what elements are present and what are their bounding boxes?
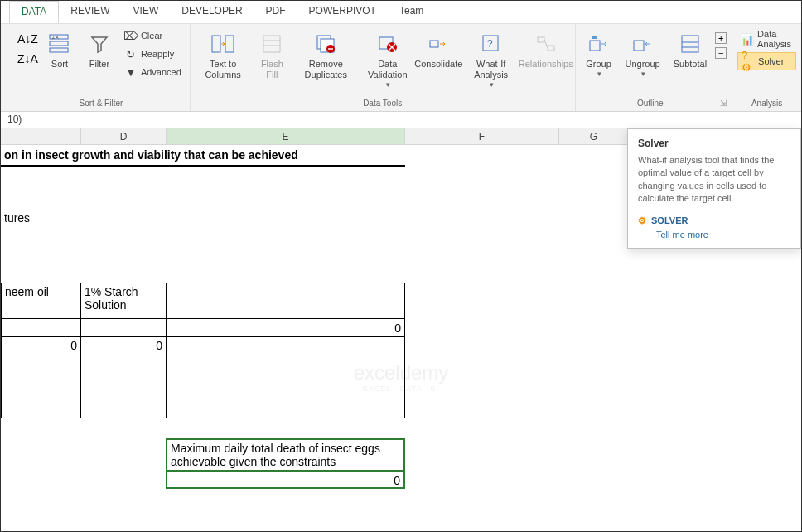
- tooltip-solver-link[interactable]: ⚙ SOLVER: [638, 215, 790, 226]
- data-validation-icon: [374, 31, 401, 57]
- ungroup-button[interactable]: Ungroup: [621, 27, 665, 81]
- max-label-box[interactable]: Maximum daily total death of insect eggs…: [166, 438, 405, 472]
- remove-duplicates-label: Remove Duplicates: [298, 59, 353, 80]
- subtotal-icon: [677, 31, 703, 57]
- svg-rect-20: [538, 37, 544, 42]
- consolidate-button[interactable]: Consolidate: [417, 27, 460, 73]
- consolidate-label: Consolidate: [414, 59, 462, 70]
- tab-data[interactable]: DATA: [9, 1, 59, 23]
- group-outline: Group Ungroup Subtotal + − Outline⇲: [576, 24, 733, 111]
- clear-button[interactable]: ⌦Clear: [121, 27, 185, 44]
- svg-rect-5: [225, 36, 234, 52]
- svg-rect-4: [212, 36, 220, 52]
- svg-rect-17: [430, 41, 438, 47]
- what-if-icon: ?: [478, 31, 505, 57]
- solver-icon: ?⚙: [742, 55, 755, 68]
- data-tools-group-label: Data Tools: [196, 97, 570, 109]
- tab-view[interactable]: VIEW: [122, 1, 171, 23]
- group-analysis: 📊Data Analysis ?⚙Solver Analysis: [732, 24, 801, 111]
- relationships-icon: [533, 31, 559, 57]
- what-if-label: What-If Analysis: [468, 59, 514, 80]
- svg-text:Z A: Z A: [52, 35, 59, 40]
- solver-link-icon: ⚙: [638, 215, 646, 226]
- outline-dialog-launcher[interactable]: ⇲: [720, 99, 727, 108]
- reapply-label: Reapply: [141, 49, 174, 59]
- cell-c-r2[interactable]: [1, 318, 81, 337]
- cell-e-r2[interactable]: 0: [166, 318, 405, 337]
- tooltip-tell-me-more[interactable]: Tell me more: [656, 230, 790, 239]
- cell-d-r2[interactable]: [80, 318, 167, 337]
- sort-desc-icon[interactable]: Z↓A: [17, 52, 38, 65]
- svg-rect-25: [682, 36, 698, 52]
- subhead-text: tures: [4, 211, 30, 225]
- sort-filter-group-label: Sort & Filter: [17, 97, 185, 109]
- subtotal-label: Subtotal: [674, 59, 707, 70]
- tab-team[interactable]: Team: [388, 1, 435, 23]
- analysis-group-label: Analysis: [737, 97, 796, 109]
- remove-duplicates-button[interactable]: Remove Duplicates: [293, 27, 358, 84]
- flash-fill-icon: [258, 31, 285, 57]
- reapply-icon: ↻: [124, 47, 138, 60]
- flash-fill-label: Flash Fill: [258, 59, 285, 80]
- group-button[interactable]: Group: [581, 27, 617, 81]
- svg-rect-21: [548, 46, 554, 51]
- text-to-columns-button[interactable]: Text to Columns: [196, 27, 251, 84]
- data-analysis-label: Data Analysis: [757, 29, 793, 49]
- tab-review[interactable]: REVIEW: [59, 1, 121, 23]
- col-f[interactable]: F: [405, 128, 559, 144]
- col-d[interactable]: D: [81, 128, 167, 144]
- hide-detail-icon[interactable]: −: [715, 47, 727, 59]
- data-analysis-icon: 📊: [741, 32, 754, 46]
- active-cell[interactable]: 0: [166, 471, 405, 489]
- col-g[interactable]: G: [559, 128, 629, 144]
- sort-label: Sort: [51, 59, 68, 70]
- heading-underline: [1, 165, 405, 167]
- svg-rect-23: [592, 36, 597, 39]
- tab-pdf[interactable]: PDF: [254, 1, 297, 23]
- sort-asc-icon[interactable]: A↓Z: [17, 32, 38, 46]
- svg-rect-22: [590, 41, 600, 51]
- cell-starch-header[interactable]: 1% Starch Solution: [80, 283, 167, 319]
- relationships-button: Relationships: [522, 27, 570, 73]
- show-detail-icon[interactable]: +: [715, 32, 727, 44]
- ribbon: A↓Z Z↓A Z A Sort Filter ⌦Clear ↻Reapply …: [1, 24, 801, 112]
- heading-text: on in insect growth and viability that c…: [4, 148, 298, 162]
- data-validation-label: Data Validation: [366, 59, 408, 80]
- advanced-icon: ▼: [124, 65, 138, 79]
- outline-group-label: Outline: [581, 99, 721, 108]
- tab-developer[interactable]: DEVELOPER: [170, 1, 254, 23]
- sort-button[interactable]: Z A Sort: [41, 27, 78, 73]
- ungroup-label: Ungroup: [626, 59, 660, 70]
- reapply-button[interactable]: ↻Reapply: [121, 46, 185, 62]
- cell-c-r3[interactable]: 0: [1, 336, 81, 418]
- formula-bar[interactable]: 10): [1, 112, 801, 128]
- ribbon-tabs: DATA REVIEW VIEW DEVELOPER PDF POWERPIVO…: [1, 1, 801, 24]
- filter-label: Filter: [89, 59, 109, 70]
- group-sort-filter: A↓Z Z↓A Z A Sort Filter ⌦Clear ↻Reapply …: [1, 24, 191, 111]
- data-validation-button[interactable]: Data Validation: [361, 27, 413, 92]
- col-stub[interactable]: [1, 128, 81, 144]
- group-label: Group: [586, 59, 611, 70]
- text-to-columns-icon: [210, 31, 236, 57]
- filter-button[interactable]: Filter: [81, 27, 118, 73]
- clear-label: Clear: [141, 31, 162, 41]
- cell-d-r3[interactable]: 0: [80, 336, 167, 418]
- ungroup-icon: [630, 31, 656, 57]
- solver-button[interactable]: ?⚙Solver: [737, 52, 796, 70]
- filter-icon: [86, 31, 113, 57]
- svg-rect-24: [634, 41, 644, 51]
- group-icon: [586, 31, 612, 57]
- col-e[interactable]: E: [167, 128, 405, 144]
- subtotal-button[interactable]: Subtotal: [669, 27, 712, 73]
- svg-rect-2: [50, 48, 68, 52]
- cell-e-header[interactable]: [166, 283, 405, 319]
- tab-powerpivot[interactable]: POWERPIVOT: [297, 1, 388, 23]
- cell-neem-header[interactable]: neem oil: [1, 283, 81, 319]
- tooltip-body: What-if analysis tool that finds the opt…: [638, 154, 790, 206]
- remove-duplicates-icon: [312, 31, 339, 57]
- text-to-columns-label: Text to Columns: [200, 59, 246, 80]
- advanced-button[interactable]: ▼Advanced: [121, 64, 185, 80]
- cell-e-r3[interactable]: [166, 336, 405, 418]
- data-analysis-button[interactable]: 📊Data Analysis: [737, 27, 796, 51]
- what-if-button[interactable]: ? What-If Analysis: [463, 27, 519, 92]
